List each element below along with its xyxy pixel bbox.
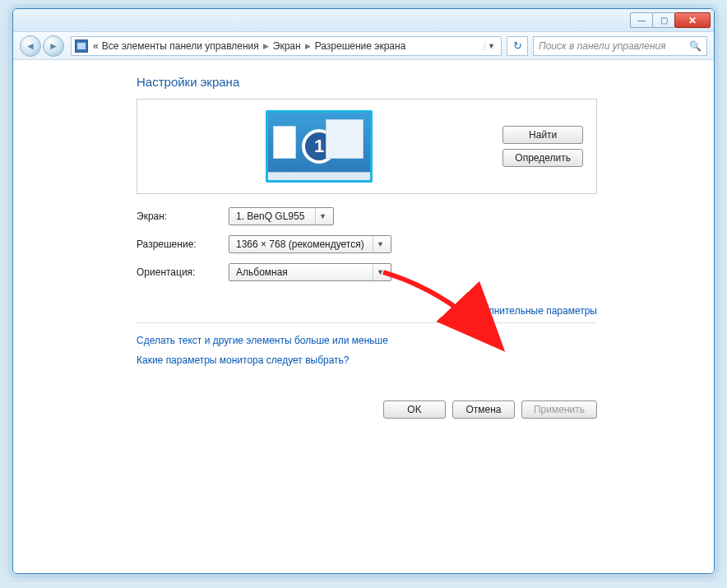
search-placeholder: Поиск в панели управления bbox=[539, 40, 666, 52]
apply-button: Применить bbox=[521, 400, 597, 419]
chevron-down-icon: ▼ bbox=[373, 264, 387, 280]
refresh-button[interactable]: ↻ bbox=[507, 36, 528, 56]
breadcrumb-dropdown-icon[interactable]: ▼ bbox=[484, 42, 498, 50]
breadcrumb[interactable]: « Все элементы панели управления ▶ Экран… bbox=[71, 36, 502, 56]
ok-button[interactable]: OK bbox=[383, 400, 446, 419]
breadcrumb-seg-1[interactable]: Все элементы панели управления bbox=[100, 40, 261, 52]
breadcrumb-prefix: « bbox=[91, 40, 100, 52]
chevron-down-icon: ▼ bbox=[315, 208, 330, 225]
minimize-button[interactable]: — bbox=[630, 12, 653, 28]
screen-value: 1. BenQ GL955 bbox=[236, 211, 304, 222]
monitor-help-link[interactable]: Какие параметры монитора следует выбрать… bbox=[137, 354, 692, 366]
forward-button[interactable]: ► bbox=[43, 35, 64, 57]
resolution-value: 1366 × 768 (рекомендуется) bbox=[236, 238, 364, 250]
navbar: ◄ ► « Все элементы панели управления ▶ Э… bbox=[13, 32, 714, 60]
screen-dropdown[interactable]: 1. BenQ GL955 ▼ bbox=[229, 207, 334, 225]
control-panel-icon bbox=[75, 39, 88, 53]
chevron-right-icon: ▶ bbox=[261, 42, 271, 50]
orientation-label: Ориентация: bbox=[137, 266, 229, 278]
text-size-link[interactable]: Сделать текст и другие элементы больше и… bbox=[137, 335, 692, 346]
resolution-label: Разрешение: bbox=[137, 238, 229, 250]
orientation-value: Альбомная bbox=[236, 266, 288, 278]
chevron-down-icon: ▼ bbox=[373, 236, 387, 252]
display-preview-box: 1 Найти Определить bbox=[137, 99, 597, 194]
find-button[interactable]: Найти bbox=[502, 126, 583, 144]
detect-button[interactable]: Определить bbox=[502, 149, 583, 167]
content-area: Настройки экрана 1 Найти Определить Экра… bbox=[13, 60, 714, 573]
divider bbox=[137, 322, 597, 323]
window-frame: — ▢ ✕ ◄ ► « Все элементы панели управлен… bbox=[12, 8, 715, 574]
chevron-right-icon: ▶ bbox=[303, 42, 313, 50]
screen-label: Экран: bbox=[137, 211, 229, 222]
cancel-button[interactable]: Отмена bbox=[452, 400, 515, 419]
maximize-button[interactable]: ▢ bbox=[652, 12, 675, 28]
monitor-thumbnail[interactable]: 1 bbox=[266, 110, 373, 183]
search-icon[interactable]: 🔍 bbox=[689, 40, 702, 52]
search-input[interactable]: Поиск в панели управления 🔍 bbox=[533, 36, 707, 56]
advanced-settings-link[interactable]: Дополнительные параметры bbox=[465, 305, 597, 317]
close-button[interactable]: ✕ bbox=[674, 12, 711, 28]
orientation-dropdown[interactable]: Альбомная ▼ bbox=[229, 263, 391, 281]
resolution-dropdown[interactable]: 1366 × 768 (рекомендуется) ▼ bbox=[229, 235, 391, 253]
page-title: Настройки экрана bbox=[137, 75, 692, 89]
titlebar: — ▢ ✕ bbox=[13, 9, 714, 32]
back-button[interactable]: ◄ bbox=[20, 35, 41, 57]
breadcrumb-seg-2[interactable]: Экран bbox=[271, 40, 303, 52]
breadcrumb-seg-3[interactable]: Разрешение экрана bbox=[313, 40, 408, 52]
